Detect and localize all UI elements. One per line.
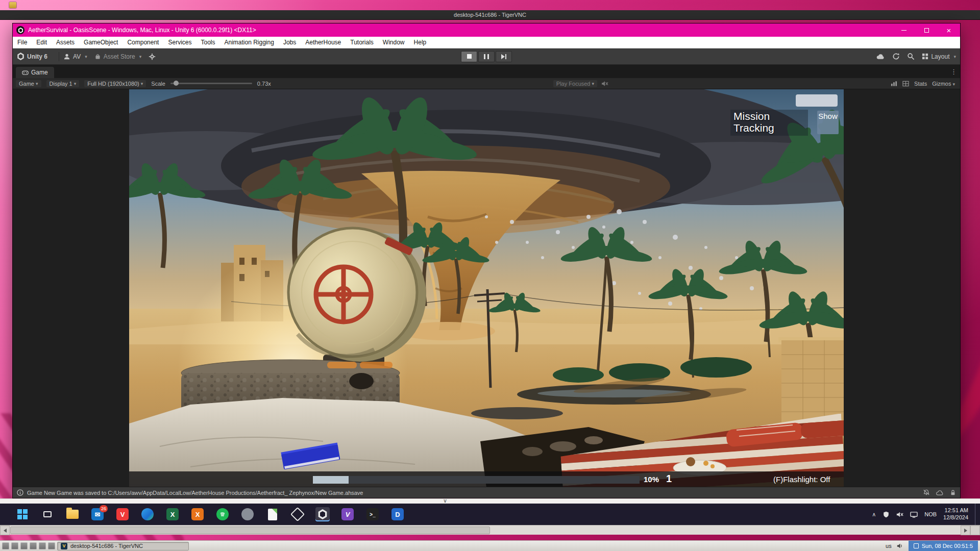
menu-assets[interactable]: Assets bbox=[52, 39, 79, 46]
scrollbar-thumb[interactable] bbox=[10, 527, 490, 534]
keyboard-layout-indicator[interactable]: us bbox=[886, 543, 892, 549]
account-dropdown[interactable]: AV bbox=[63, 53, 87, 60]
unity-editor-button[interactable] bbox=[315, 507, 330, 521]
cloud-icon[interactable] bbox=[876, 53, 885, 60]
shield-icon[interactable] bbox=[883, 511, 890, 518]
maximize-button[interactable] bbox=[915, 23, 938, 37]
green-file-button[interactable] bbox=[265, 507, 280, 521]
menu-tutorials[interactable]: Tutorials bbox=[346, 39, 378, 46]
host-clock[interactable]: Sun, 08 Dec 00:51:5 bbox=[909, 541, 978, 551]
network-icon[interactable] bbox=[910, 511, 918, 518]
scale-slider[interactable] bbox=[170, 83, 252, 84]
menu-help[interactable]: Help bbox=[409, 39, 431, 46]
start-button[interactable] bbox=[15, 507, 30, 521]
mute-audio-icon[interactable] bbox=[601, 81, 608, 87]
tray-overflow-button[interactable] bbox=[872, 511, 876, 518]
asset-store-dropdown[interactable]: Asset Store bbox=[94, 53, 142, 60]
mission-show-button[interactable]: Show bbox=[817, 111, 839, 134]
layout-dropdown[interactable]: Layout bbox=[922, 53, 956, 60]
panel-launcher-icon[interactable] bbox=[2, 542, 9, 549]
panel-launcher-icon[interactable] bbox=[48, 542, 55, 549]
panel-launcher-icon[interactable] bbox=[20, 542, 28, 549]
hud-top-right-panel bbox=[796, 94, 838, 107]
tab-options-icon[interactable] bbox=[950, 67, 957, 76]
terminal-button[interactable]: >_ bbox=[365, 507, 380, 521]
language-indicator[interactable]: NOB bbox=[924, 511, 937, 517]
play-button[interactable] bbox=[461, 51, 477, 62]
gizmos-dropdown[interactable]: Gizmos bbox=[932, 81, 955, 87]
view-mode-dropdown[interactable]: Game bbox=[16, 80, 41, 87]
unity-titlebar[interactable]: AetherSurvival - OasisScene - Windows, M… bbox=[13, 23, 960, 37]
cloud-status-icon[interactable] bbox=[936, 490, 944, 496]
menu-file[interactable]: File bbox=[13, 39, 32, 46]
desktop-root: { "host": { "vnc_title": "desktop-541c68… bbox=[0, 0, 980, 551]
speaker-muted-icon[interactable] bbox=[896, 511, 903, 518]
search-icon[interactable] bbox=[907, 53, 915, 60]
unity-hub-button[interactable] bbox=[290, 507, 305, 521]
display-dropdown[interactable]: Display 1 bbox=[46, 80, 80, 87]
scale-slider-knob[interactable] bbox=[174, 81, 179, 86]
menu-window[interactable]: Window bbox=[378, 39, 409, 46]
menu-animation-rigging[interactable]: Animation Rigging bbox=[219, 39, 278, 46]
tab-game[interactable]: Game bbox=[16, 67, 54, 78]
game-viewport[interactable]: Mission Tracking Show 10% 1 (F)Flashligh… bbox=[129, 89, 844, 487]
spotify-button[interactable] bbox=[215, 507, 230, 521]
resolution-dropdown[interactable]: Full HD (980x551) bbox=[84, 80, 146, 87]
mail-button[interactable]: ✉26 bbox=[90, 507, 105, 521]
menu-jobs[interactable]: Jobs bbox=[279, 39, 301, 46]
menu-gameobject[interactable]: GameObject bbox=[79, 39, 122, 46]
file-explorer-button[interactable] bbox=[65, 507, 80, 521]
unity-window: AetherSurvival - OasisScene - Windows, M… bbox=[12, 23, 961, 498]
menu-component[interactable]: Component bbox=[122, 39, 163, 46]
play-focused-dropdown[interactable]: Play Focused bbox=[553, 80, 597, 87]
vnc-titlebar[interactable]: desktop-541c686 - TigerVNC bbox=[0, 10, 980, 20]
metrics-icon[interactable] bbox=[891, 81, 897, 87]
game-tab-icon bbox=[22, 70, 29, 76]
menu-services[interactable]: Services bbox=[163, 39, 196, 46]
lock-icon[interactable] bbox=[950, 489, 956, 496]
scroll-right-icon bbox=[964, 529, 967, 533]
browser-button[interactable] bbox=[140, 507, 155, 521]
unity-logo-icon bbox=[17, 53, 24, 60]
excel-button[interactable]: X bbox=[165, 507, 180, 521]
desktop-shortcut-icon[interactable] bbox=[9, 2, 16, 8]
panel-launcher-icon[interactable] bbox=[30, 542, 37, 549]
scroll-right-button[interactable] bbox=[961, 525, 970, 535]
task-view-button[interactable] bbox=[40, 507, 55, 521]
gizmos-label: Gizmos bbox=[932, 81, 951, 87]
status-message[interactable]: Game New Game was saved to C:/Users/awv/… bbox=[27, 490, 363, 496]
spotify-icon bbox=[216, 508, 229, 520]
menu-aetherhouse[interactable]: AetherHouse bbox=[301, 39, 346, 46]
mail-badge: 26 bbox=[100, 505, 108, 512]
vnc-horizontal-scrollbar[interactable] bbox=[0, 525, 980, 535]
panel-launcher-icon[interactable] bbox=[11, 542, 18, 549]
account-label: AV bbox=[73, 53, 81, 60]
host-volume-icon[interactable] bbox=[897, 543, 903, 549]
notifications-muted-icon[interactable] bbox=[923, 489, 930, 496]
unity-version-badge[interactable]: Unity 6 bbox=[17, 53, 47, 60]
settings-button[interactable] bbox=[149, 53, 156, 60]
step-button[interactable] bbox=[496, 51, 512, 62]
unity-hub-icon bbox=[290, 507, 305, 521]
vivaldi-button[interactable]: V bbox=[115, 507, 130, 521]
taskbar-reveal-strip: ∨ bbox=[0, 498, 980, 504]
close-button[interactable]: × bbox=[938, 23, 960, 37]
tigervnc-icon: V bbox=[61, 543, 67, 549]
history-icon[interactable] bbox=[892, 53, 900, 60]
stats-toggle[interactable]: Stats bbox=[914, 81, 927, 87]
grid-icon[interactable] bbox=[902, 81, 909, 87]
menu-edit[interactable]: Edit bbox=[32, 39, 52, 46]
taskbar-clock[interactable]: 12:51 AM 12/8/2024 bbox=[943, 507, 968, 521]
menu-tools[interactable]: Tools bbox=[196, 39, 219, 46]
visual-studio-button[interactable]: V bbox=[340, 507, 355, 521]
panel-launcher-icon[interactable] bbox=[39, 542, 46, 549]
minimize-button[interactable] bbox=[893, 23, 915, 37]
gray-app-button[interactable] bbox=[240, 507, 255, 521]
dev-app-button[interactable]: D bbox=[390, 507, 405, 521]
scroll-left-button[interactable] bbox=[0, 525, 10, 535]
show-desktop-button[interactable] bbox=[975, 504, 977, 525]
host-task-button[interactable]: V desktop-541c686 - TigerVNC bbox=[57, 542, 189, 550]
scale-value: 0.73x bbox=[257, 81, 271, 87]
pause-button[interactable] bbox=[478, 51, 495, 62]
orange-app-button[interactable]: X bbox=[190, 507, 205, 521]
